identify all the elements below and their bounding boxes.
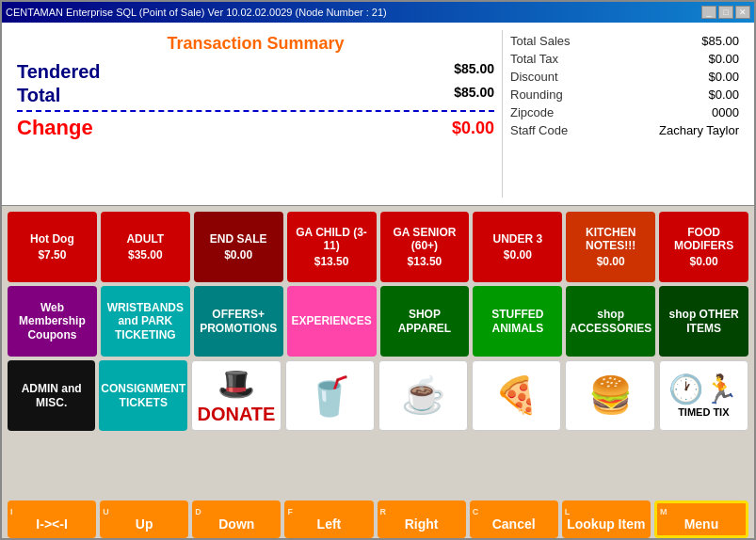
product-price-0-3: $13.50 bbox=[314, 255, 349, 268]
nav-shortcut-4: R bbox=[378, 507, 387, 516]
product-label-0-3: GA CHILD (3-11) bbox=[289, 226, 375, 253]
detail-label: Rounding bbox=[510, 87, 563, 102]
product-label-2-0: ADMIN and MISC. bbox=[9, 382, 93, 409]
detail-label: Discount bbox=[510, 70, 558, 84]
product-button-2-3[interactable]: 🥤 bbox=[285, 360, 375, 431]
product-button-2-7[interactable]: 🕐🏃TIMED TIX bbox=[659, 360, 748, 431]
product-button-0-3[interactable]: GA CHILD (3-11)$13.50 bbox=[287, 212, 377, 282]
nav-label-4: Right bbox=[405, 516, 439, 532]
nav-button-menu[interactable]: MMenu bbox=[654, 500, 748, 538]
product-label-1-2: OFFERS+ PROMOTIONS bbox=[196, 308, 281, 335]
product-button-1-4[interactable]: SHOP APPAREL bbox=[380, 286, 470, 357]
nav-button-cancel[interactable]: CCancel bbox=[470, 500, 558, 538]
button-area: Hot Dog$7.50ADULT$35.00END SALE$0.00GA C… bbox=[2, 206, 754, 497]
detail-row: Zipcode0000 bbox=[510, 105, 739, 119]
nav-label-7: Menu bbox=[684, 516, 719, 532]
nav-button-lookup-item[interactable]: LLookup Item bbox=[562, 500, 651, 538]
product-row-3: ADMIN and MISC.CONSIGNMENT TICKETS🎩DONAT… bbox=[8, 360, 748, 431]
nav-button-up[interactable]: UUp bbox=[100, 500, 188, 538]
nav-shortcut-1: U bbox=[100, 507, 109, 516]
product-button-1-0[interactable]: Web Membership Coupons bbox=[8, 286, 97, 357]
product-label-1-7: shop OTHER ITEMS bbox=[661, 308, 747, 335]
detail-value: $85.00 bbox=[701, 34, 739, 48]
detail-row: Discount$0.00 bbox=[510, 70, 739, 84]
product-button-0-7[interactable]: FOOD MODIFERS$0.00 bbox=[659, 212, 748, 282]
product-label-1-0: Web Membership Coupons bbox=[9, 301, 95, 341]
product-label-1-3: EXPERIENCES bbox=[291, 314, 371, 327]
product-label-0-5: UNDER 3 bbox=[492, 232, 542, 246]
maximize-button[interactable]: □ bbox=[718, 6, 733, 19]
minimize-button[interactable]: _ bbox=[701, 6, 716, 19]
product-button-0-1[interactable]: ADULT$35.00 bbox=[101, 212, 190, 282]
detail-row: Total Tax$0.00 bbox=[510, 52, 739, 66]
product-label-0-1: ADULT bbox=[126, 232, 164, 246]
product-button-1-2[interactable]: OFFERS+ PROMOTIONS bbox=[194, 286, 283, 357]
nav-label-5: Cancel bbox=[492, 516, 536, 532]
nav-label-2: Down bbox=[218, 516, 254, 532]
window-controls[interactable]: _ □ ✕ bbox=[701, 6, 750, 19]
nav-button-i-><-i[interactable]: II-><-I bbox=[8, 500, 96, 538]
product-button-0-5[interactable]: UNDER 3$0.00 bbox=[473, 212, 562, 282]
product-button-0-0[interactable]: Hot Dog$7.50 bbox=[8, 212, 97, 282]
product-price-0-6: $0.00 bbox=[597, 255, 625, 268]
product-button-2-1[interactable]: CONSIGNMENT TICKETS bbox=[99, 360, 187, 431]
total-label: Total bbox=[17, 85, 60, 106]
product-label-0-4: GA SENIOR (60+) bbox=[382, 226, 468, 253]
total-row: Total $85.00 bbox=[17, 85, 494, 106]
nav-button-right[interactable]: RRight bbox=[378, 500, 466, 538]
detail-value: $0.00 bbox=[708, 87, 739, 102]
close-button[interactable]: ✕ bbox=[735, 6, 750, 19]
product-button-0-4[interactable]: GA SENIOR (60+)$13.50 bbox=[380, 212, 470, 282]
product-row-1: Hot Dog$7.50ADULT$35.00END SALE$0.00GA C… bbox=[8, 212, 748, 282]
tendered-label: Tendered bbox=[17, 61, 101, 83]
product-button-1-6[interactable]: shop ACCESSORIES bbox=[566, 286, 655, 357]
titlebar: CENTAMAN Enterprise SQL (Point of Sale) … bbox=[2, 2, 754, 23]
detail-label: Total Sales bbox=[510, 34, 571, 48]
divider bbox=[17, 110, 494, 112]
product-label-1-6: shop ACCESSORIES bbox=[568, 308, 653, 335]
product-price-0-0: $7.50 bbox=[38, 248, 66, 262]
product-button-2-2[interactable]: 🎩DONATE bbox=[191, 360, 281, 431]
product-price-0-5: $0.00 bbox=[504, 248, 532, 262]
nav-shortcut-3: F bbox=[284, 507, 293, 516]
detail-row: Total Sales$85.00 bbox=[510, 34, 739, 48]
detail-row: Staff CodeZachary Taylor bbox=[510, 123, 739, 137]
product-price-0-7: $0.00 bbox=[690, 255, 718, 268]
nav-button-down[interactable]: DDown bbox=[192, 500, 281, 538]
detail-label: Staff Code bbox=[510, 123, 568, 137]
nav-label-1: Up bbox=[136, 516, 153, 532]
nav-button-left[interactable]: FLeft bbox=[284, 500, 373, 538]
product-button-0-6[interactable]: KITCHEN NOTES!!!$0.00 bbox=[566, 212, 655, 282]
transaction-summary: Transaction Summary Tendered $85.00 Tota… bbox=[9, 30, 502, 198]
detail-value: $0.00 bbox=[708, 52, 739, 66]
product-button-2-5[interactable]: 🍕 bbox=[472, 360, 561, 431]
product-button-2-4[interactable]: ☕ bbox=[378, 360, 468, 431]
change-label: Change bbox=[17, 116, 93, 140]
summary-details: Total Sales$85.00Total Tax$0.00Discount$… bbox=[502, 30, 747, 198]
product-button-2-0[interactable]: ADMIN and MISC. bbox=[8, 360, 95, 431]
product-button-0-2[interactable]: END SALE$0.00 bbox=[194, 212, 283, 282]
product-button-2-6[interactable]: 🍔 bbox=[565, 360, 654, 431]
nav-label-0: I-><-I bbox=[36, 516, 67, 532]
product-label-1-1: WRISTBANDS and PARK TICKETING bbox=[103, 301, 188, 341]
product-row-2: Web Membership CouponsWRISTBANDS and PAR… bbox=[8, 286, 748, 357]
change-row: Change $0.00 bbox=[17, 116, 494, 140]
product-button-1-7[interactable]: shop OTHER ITEMS bbox=[659, 286, 748, 357]
product-label-0-0: Hot Dog bbox=[30, 232, 74, 246]
detail-row: Rounding$0.00 bbox=[510, 87, 739, 102]
product-price-0-2: $0.00 bbox=[224, 248, 252, 262]
top-panel: Transaction Summary Tendered $85.00 Tota… bbox=[2, 23, 754, 206]
change-value: $0.00 bbox=[452, 119, 494, 138]
main-content: Transaction Summary Tendered $85.00 Tota… bbox=[2, 23, 754, 540]
detail-label: Total Tax bbox=[510, 52, 558, 66]
total-value: $85.00 bbox=[454, 85, 494, 106]
product-button-1-5[interactable]: STUFFED ANIMALS bbox=[473, 286, 562, 357]
product-label-1-4: SHOP APPAREL bbox=[382, 308, 468, 335]
detail-label: Zipcode bbox=[510, 105, 554, 119]
detail-value: Zachary Taylor bbox=[659, 123, 739, 137]
nav-shortcut-6: L bbox=[562, 507, 571, 516]
nav-shortcut-5: C bbox=[470, 507, 479, 516]
product-button-1-1[interactable]: WRISTBANDS and PARK TICKETING bbox=[101, 286, 190, 357]
product-button-1-3[interactable]: EXPERIENCES bbox=[287, 286, 377, 357]
detail-value: 0000 bbox=[712, 105, 739, 119]
